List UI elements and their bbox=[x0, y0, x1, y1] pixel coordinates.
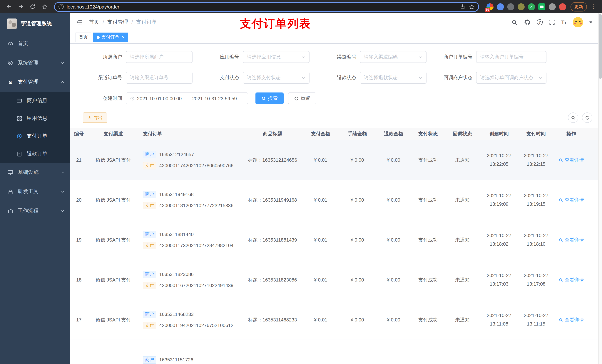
table-row: 17 微信 JSAPI 支付 商户 1635311468233 支付 42000… bbox=[70, 300, 598, 340]
site-info-icon[interactable]: i bbox=[58, 4, 64, 9]
extension-icons: 10 ✓ bbox=[486, 3, 566, 10]
bookmark-star-icon[interactable] bbox=[469, 4, 475, 10]
sidebar-item-label: 研发工具 bbox=[18, 188, 39, 195]
filter-row-2: 渠道订单号 请输入渠道订单号 支付状态 请选择支付状态 退款状态 bbox=[70, 72, 598, 83]
pay-status-label: 支付状态 bbox=[213, 74, 239, 81]
app-id-label: 应用编号 bbox=[213, 54, 239, 60]
merchant-tag: 商户 bbox=[143, 151, 156, 158]
table-row: 商户 1635311151726 支付 bbox=[70, 340, 598, 364]
sidebar-item-system[interactable]: 系统管理 bbox=[0, 53, 70, 73]
pay-tag: 支付 bbox=[143, 282, 156, 289]
forward-icon[interactable] bbox=[16, 1, 26, 12]
channel-order-no-input[interactable]: 请输入渠道订单号 bbox=[126, 72, 193, 83]
table-toolbar: 导出 bbox=[70, 113, 598, 123]
cell-title: 标题：1635311823086 bbox=[243, 277, 302, 283]
close-icon[interactable]: × bbox=[122, 35, 125, 40]
breadcrumb-payment[interactable]: 支付管理 bbox=[107, 19, 128, 26]
channel-code-select[interactable]: 请输入渠道编码 bbox=[360, 51, 427, 63]
cell-notify: 未通知 bbox=[444, 197, 481, 203]
merchant-tag: 商户 bbox=[143, 311, 156, 318]
sidebar-item-infra[interactable]: 基础设施 bbox=[0, 163, 70, 182]
cell-channel: 微信 JSAPI 支付 bbox=[87, 237, 139, 243]
cell-status: 支付成功 bbox=[412, 237, 444, 243]
cell-refund: ¥ 0.00 bbox=[376, 237, 412, 243]
merchant-order-no: 1635311823086 bbox=[159, 271, 194, 277]
table-row: 19 微信 JSAPI 支付 商户 1635311881440 支付 42000… bbox=[70, 220, 598, 260]
notify-status-label: 回调商户状态 bbox=[434, 74, 473, 81]
cell-amount: ¥ 0.01 bbox=[302, 157, 339, 163]
extension-olive-icon[interactable] bbox=[517, 3, 525, 10]
sidebar-item-workflow[interactable]: 工作流程 bbox=[0, 201, 70, 220]
tab-home[interactable]: 首页 bbox=[75, 32, 91, 42]
page-annotation: 支付订单列表 bbox=[240, 16, 311, 31]
tab-pay-order[interactable]: 支付订单 × bbox=[93, 32, 128, 42]
date-range-picker[interactable]: 2021-10-01 00:00:00 - 2021-10-31 23:59:5… bbox=[126, 93, 248, 104]
avatar-dropdown-caret-icon[interactable] bbox=[589, 21, 592, 23]
view-detail-link[interactable]: 查看详情 bbox=[559, 316, 584, 323]
sidebar-item-devtools[interactable]: 研发工具 bbox=[0, 182, 70, 201]
refund-status-select[interactable]: 请选择退款状态 bbox=[360, 72, 427, 83]
address-bar[interactable]: i localhost:1024/pay/order bbox=[54, 2, 479, 12]
pay-status-select[interactable]: 请选择支付状态 bbox=[243, 72, 310, 83]
cell-created: 2021-10-27 13:11:08 bbox=[481, 312, 517, 328]
notify-status-select[interactable]: 请选择订单回调商户状态 bbox=[476, 72, 547, 83]
sidebar-item-merchant-info[interactable]: 商户信息 bbox=[0, 92, 70, 110]
share-icon[interactable] bbox=[460, 4, 465, 10]
pay-order-table: 编号 支付渠道 支付订单 商品标题 支付金额 手续金额 退款金额 支付状态 回调… bbox=[70, 128, 598, 364]
merchant-order-no: 1635311881440 bbox=[159, 232, 194, 237]
chevron-down-icon bbox=[418, 76, 422, 80]
view-detail-link[interactable]: 查看详情 bbox=[559, 157, 584, 163]
table-row: 20 微信 JSAPI 支付 商户 1635311949168 支付 42000… bbox=[70, 180, 598, 220]
cell-notify: 未通知 bbox=[444, 157, 481, 163]
back-icon[interactable] bbox=[4, 1, 14, 12]
merchant-select[interactable]: 请选择所属商户 bbox=[126, 51, 193, 63]
sidebar-item-refund-order[interactable]: 退款订单 bbox=[0, 145, 70, 163]
scrollbar-thumb[interactable] bbox=[599, 14, 602, 79]
extension-red-icon[interactable] bbox=[559, 3, 566, 10]
merchant-order-no-input[interactable]: 请输入商户订单编号 bbox=[476, 51, 547, 63]
cell-fee: ¥ 0.00 bbox=[339, 157, 376, 163]
app-select[interactable]: 请选择应用信息 bbox=[243, 51, 310, 63]
view-detail-link[interactable]: 查看详情 bbox=[559, 277, 584, 283]
help-icon[interactable]: ? bbox=[537, 19, 543, 25]
sidebar-item-payment[interactable]: ¥ 支付管理 bbox=[0, 73, 70, 92]
sidebar-item-app-info[interactable]: 应用信息 bbox=[0, 110, 70, 127]
extension-chat-icon[interactable] bbox=[538, 3, 545, 10]
sidebar-item-label: 工作流程 bbox=[18, 208, 39, 214]
app-logo: 芋道管理系统 bbox=[0, 13, 70, 34]
extension-check-icon[interactable]: ✓ bbox=[528, 3, 535, 10]
sidebar-item-label: 基础设施 bbox=[18, 169, 39, 176]
toggle-search-button[interactable] bbox=[568, 113, 578, 123]
extension-drop-icon[interactable] bbox=[497, 3, 504, 10]
col-amount: 支付金额 bbox=[302, 131, 339, 137]
home-icon[interactable] bbox=[39, 1, 50, 12]
search-icon[interactable] bbox=[511, 19, 517, 25]
breadcrumb-home[interactable]: 首页 bbox=[89, 19, 99, 26]
cell-refund: ¥ 0.00 bbox=[376, 157, 412, 163]
view-detail-link[interactable]: 查看详情 bbox=[559, 237, 584, 243]
export-button[interactable]: 导出 bbox=[83, 113, 107, 123]
pay-order-no: 4200001167202110271022491439 bbox=[159, 283, 233, 288]
browser-menu-icon[interactable]: ⋮ bbox=[588, 3, 598, 10]
avatar[interactable] bbox=[573, 17, 583, 27]
fullscreen-icon[interactable] bbox=[549, 19, 555, 25]
view-detail-link[interactable]: 查看详情 bbox=[559, 197, 584, 203]
font-size-icon[interactable]: TT bbox=[561, 19, 567, 25]
cell-paid: 2021-10-27 13:18:10 bbox=[517, 232, 555, 248]
cell-actions: 查看详情 bbox=[555, 316, 588, 323]
sidebar-item-pay-order[interactable]: 支付订单 bbox=[0, 127, 70, 145]
github-icon[interactable] bbox=[524, 19, 531, 26]
reload-icon[interactable] bbox=[27, 1, 38, 12]
extension-gray-icon[interactable] bbox=[507, 3, 514, 10]
sidebar-item-home[interactable]: 首页 bbox=[0, 34, 70, 53]
table-row: 21 微信 JSAPI 支付 商户 1635312124657 支付 42000… bbox=[70, 140, 598, 180]
reset-button[interactable]: 重置 bbox=[288, 93, 316, 104]
sidebar-toggle-icon[interactable] bbox=[76, 19, 83, 26]
grid-icon bbox=[16, 115, 22, 121]
refresh-button[interactable] bbox=[582, 113, 592, 123]
search-button[interactable]: 搜索 bbox=[256, 93, 284, 104]
extension-grid-icon[interactable]: 10 bbox=[486, 3, 494, 10]
record-circle-icon bbox=[16, 133, 22, 139]
extensions-puzzle-icon[interactable] bbox=[549, 3, 556, 10]
browser-update-button[interactable]: 更新 bbox=[570, 2, 587, 11]
